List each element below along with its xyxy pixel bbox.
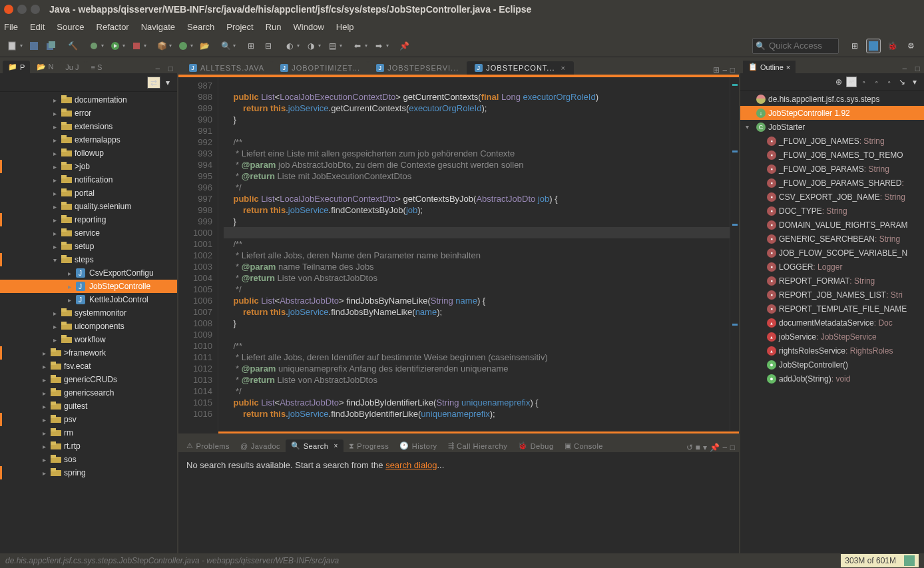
- editor-tab[interactable]: JJobStepServi...: [368, 61, 467, 75]
- maximize-icon[interactable]: □: [164, 64, 177, 73]
- show-list-icon[interactable]: ⊞: [713, 65, 720, 75]
- tree-item-sos[interactable]: ▸sos: [0, 453, 177, 466]
- debug-perspective-icon[interactable]: 🐞: [885, 39, 899, 53]
- focus-icon[interactable]: ⊕: [833, 77, 844, 87]
- outline-item[interactable]: ▪REPORT_TEMPLATE_FILE_NAME: [740, 302, 924, 316]
- menu-window[interactable]: Window: [294, 22, 324, 32]
- mark-icon[interactable]: ▤: [326, 39, 339, 53]
- pin-icon[interactable]: 📌: [710, 443, 720, 452]
- editor-tab[interactable]: JAllTests.java: [181, 61, 272, 75]
- menu-search[interactable]: Search: [187, 22, 214, 32]
- tree-item--job[interactable]: ▸>job: [0, 160, 177, 173]
- hide-nonpublic-icon[interactable]: ◦: [884, 77, 895, 87]
- link-editor-icon[interactable]: ⇄: [147, 77, 160, 89]
- outline-item[interactable]: ●addJob(String) : void: [740, 372, 924, 386]
- outline-item[interactable]: ▪JOB_FLOW_SCOPE_VARIABLE_N: [740, 246, 924, 260]
- tab-servers[interactable]: ≡ S: [86, 61, 108, 73]
- tree-item-workflow[interactable]: ▸workflow: [0, 333, 177, 346]
- outline-item[interactable]: ▪CSV_EXPORT_JOB_NAME : String: [740, 190, 924, 204]
- toggle2-icon[interactable]: ⊟: [262, 39, 275, 53]
- outline-item[interactable]: ▴rightsRolesService : RightsRoles: [740, 344, 924, 358]
- close-icon[interactable]: ×: [334, 442, 338, 449]
- search-icon[interactable]: 🔍: [219, 39, 232, 53]
- outline-item[interactable]: ▪DOMAIN_VALUE_RIGHTS_PARAM: [740, 218, 924, 232]
- menu-file[interactable]: File: [4, 22, 18, 32]
- minimize-icon[interactable]: ‒: [722, 443, 728, 452]
- tree-item-externalapps[interactable]: ▸externalapps: [0, 133, 177, 146]
- forward-icon[interactable]: ➡: [372, 39, 385, 53]
- tree-item-genericsearch[interactable]: ▸genericsearch: [0, 386, 177, 400]
- bottom-tab-history[interactable]: 🕐 History: [394, 439, 442, 452]
- close-icon[interactable]: ×: [561, 64, 566, 72]
- minimize-icon[interactable]: ‒: [151, 64, 164, 73]
- bottom-tab-search[interactable]: 🔍 Search ×: [286, 439, 344, 452]
- dropdown-icon[interactable]: ▾: [20, 43, 23, 49]
- outline-item[interactable]: ▪_FLOW_JOB_PARAMS_SHARED :: [740, 176, 924, 190]
- java-perspective-icon[interactable]: [866, 39, 881, 53]
- tree-item-portal[interactable]: ▸portal: [0, 186, 177, 200]
- stop-icon[interactable]: ■: [696, 443, 700, 452]
- outline-item[interactable]: ▴jobService : JobStepService: [740, 330, 924, 344]
- outline-tree[interactable]: de.his.appclient.jsf.cs.sys.steps↓JobSte…: [740, 91, 924, 553]
- maximize-icon[interactable]: □: [911, 64, 924, 73]
- tree-item-setup[interactable]: ▸setup: [0, 240, 177, 253]
- tree-item-fsv-ecat[interactable]: ▸fsv.ecat: [0, 360, 177, 373]
- menu-run[interactable]: Run: [266, 22, 282, 32]
- tab-outline[interactable]: 📋 Outline ×: [743, 61, 796, 73]
- annot-icon[interactable]: ◐: [283, 39, 296, 53]
- outline-item[interactable]: ▪_FLOW_JOB_NAMES : String: [740, 134, 924, 148]
- tab-junit[interactable]: Ju J: [60, 61, 84, 73]
- maximize-icon[interactable]: □: [730, 443, 735, 452]
- outline-item[interactable]: ●JobStepController(): [740, 358, 924, 372]
- hide-fields-icon[interactable]: ◦: [859, 77, 869, 87]
- outline-item[interactable]: ▪_FLOW_JOB_PARAMS : String: [740, 162, 924, 176]
- menu-edit[interactable]: Edit: [30, 22, 45, 32]
- debug-icon[interactable]: [87, 39, 101, 53]
- menu-icon[interactable]: ▾: [909, 77, 920, 87]
- tree-item-extensions[interactable]: ▸extensions: [0, 120, 177, 133]
- tree-item-notification[interactable]: ▸notification: [0, 173, 177, 186]
- tree-item-service[interactable]: ▸service: [0, 226, 177, 240]
- ext-tools-icon[interactable]: [130, 39, 143, 53]
- window-maximize-button[interactable]: [31, 5, 40, 14]
- save-icon[interactable]: [27, 39, 41, 53]
- sort-icon[interactable]: aᶻ: [846, 77, 857, 87]
- tree-item-uicomponents[interactable]: ▸uicomponents: [0, 320, 177, 333]
- toggle-icon[interactable]: ⊞: [244, 39, 258, 53]
- close-icon[interactable]: ×: [786, 63, 790, 71]
- package-tree[interactable]: ▸documentation▸error▸extensions▸external…: [0, 92, 177, 553]
- tree-item-genericcruds[interactable]: ▸genericCRUDs: [0, 373, 177, 386]
- annot2-icon[interactable]: ◑: [304, 39, 318, 53]
- overview-ruler[interactable]: [730, 77, 739, 431]
- new-icon[interactable]: [6, 39, 19, 53]
- tree-item-jobstepcontrolle[interactable]: ▸JJobStepControlle: [0, 280, 177, 293]
- tree-item-steps[interactable]: ▾steps: [0, 253, 177, 266]
- tab-navigator[interactable]: 📂 N: [31, 61, 59, 73]
- collapse-icon[interactable]: ▾: [162, 77, 173, 88]
- outline-item[interactable]: ▪_FLOW_JOB_NAMES_TO_REMO: [740, 148, 924, 162]
- tree-item-systemmonitor[interactable]: ▸systemmonitor: [0, 306, 177, 320]
- hide-static-icon[interactable]: ◦: [871, 77, 882, 87]
- history-icon[interactable]: ▾: [703, 443, 707, 452]
- menu-source[interactable]: Source: [57, 22, 84, 32]
- tree-item-csvexportconfigu[interactable]: ▸JCsvExportConfigu: [0, 266, 177, 280]
- tree-item-reporting[interactable]: ▸reporting: [0, 213, 177, 226]
- new-class-icon[interactable]: [176, 39, 190, 53]
- save-all-icon[interactable]: [45, 39, 58, 53]
- tree-item-followup[interactable]: ▸followup: [0, 146, 177, 160]
- bottom-tab-debug[interactable]: 🐞 Debug: [513, 439, 559, 452]
- maximize-icon[interactable]: □: [730, 65, 735, 75]
- bottom-tab-progress[interactable]: ⧗ Progress: [344, 439, 395, 452]
- menu-refactor[interactable]: Refactor: [97, 22, 129, 32]
- bottom-tab-javadoc[interactable]: @ Javadoc: [235, 440, 286, 452]
- tree-item-rm[interactable]: ▸rm: [0, 426, 177, 439]
- build-icon[interactable]: 🔨: [66, 39, 79, 53]
- window-minimize-button[interactable]: [17, 5, 27, 14]
- gc-trash-icon[interactable]: [904, 555, 915, 566]
- code-editor[interactable]: 9879889899909919929939949959969979989991…: [178, 77, 739, 431]
- tab-package-explorer[interactable]: 📁 P: [3, 61, 30, 73]
- editor-tab[interactable]: JJobStepCont...×: [467, 61, 574, 75]
- editor-tab[interactable]: JJobOptimizeT...: [272, 61, 368, 75]
- hide-local-icon[interactable]: ↘: [897, 77, 907, 87]
- outline-item[interactable]: ▪LOGGER : Logger: [740, 260, 924, 274]
